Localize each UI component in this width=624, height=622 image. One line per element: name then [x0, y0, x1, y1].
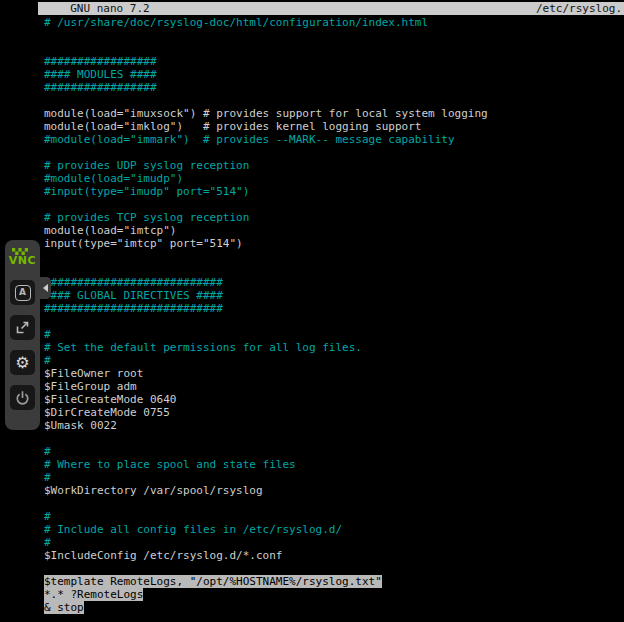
editor-line: #module(load="immark") # provides --MARK…	[44, 133, 624, 146]
editor-line	[44, 94, 624, 107]
editor-line: $DirCreateMode 0755	[44, 406, 624, 419]
clipboard-icon: A	[15, 285, 31, 301]
editor-line	[44, 146, 624, 159]
editor-line: ###########################	[44, 276, 624, 289]
power-icon	[15, 390, 30, 406]
clipboard-button[interactable]: A	[10, 280, 35, 305]
settings-button[interactable]: ⚙	[10, 350, 35, 375]
fullscreen-button[interactable]	[10, 315, 35, 340]
editor-line: $IncludeConfig /etc/rsyslog.d/*.conf	[44, 549, 624, 562]
editor-line: $WorkDirectory /var/spool/rsyslog	[44, 484, 624, 497]
editor-line: $FileOwner root	[44, 367, 624, 380]
novnc-logo: VNC	[5, 248, 40, 267]
editor-line: ###########################	[44, 302, 624, 315]
editor-line	[44, 562, 624, 575]
editor-line: #input(type="imudp" port="514")	[44, 185, 624, 198]
editor-line	[44, 315, 624, 328]
editor-line: input(type="imtcp" port="514")	[44, 237, 624, 250]
editor-line	[44, 497, 624, 510]
selected-text: & stop	[44, 601, 84, 614]
nano-titlebar: GNU nano 7.2 /etc/rsyslog.	[38, 2, 624, 15]
novnc-control-bar: VNC A ⚙	[5, 240, 40, 430]
editor-lines: # /usr/share/doc/rsyslog-doc/html/config…	[44, 16, 624, 622]
editor-line: #	[44, 510, 624, 523]
editor-line: $FileCreateMode 0640	[44, 393, 624, 406]
editor-line	[44, 42, 624, 55]
editor-line	[44, 263, 624, 276]
editor-line: $template RemoteLogs, "/opt/%HOSTNAME%/r…	[44, 575, 624, 588]
editor-line: #	[44, 328, 624, 341]
editor-line: #################	[44, 81, 624, 94]
editor-line	[44, 198, 624, 211]
editor-line: #### MODULES ####	[44, 68, 624, 81]
control-bar-handle[interactable]	[40, 277, 51, 299]
editor-line: # provides UDP syslog reception	[44, 159, 624, 172]
editor-line: module(load="imuxsock") # provides suppo…	[44, 107, 624, 120]
chevron-left-icon	[43, 284, 48, 292]
editor-line: #	[44, 471, 624, 484]
editor-line: & stop	[44, 601, 624, 614]
editor-line: #	[44, 354, 624, 367]
editor-line	[44, 29, 624, 42]
editor-line: #module(load="imudp")	[44, 172, 624, 185]
nano-filename-label: /etc/rsyslog.	[536, 2, 622, 15]
editor-line: module(load="imtcp")	[44, 224, 624, 237]
editor-line: # Where to place spool and state files	[44, 458, 624, 471]
editor-line: #################	[44, 55, 624, 68]
nano-version-label: GNU nano 7.2	[57, 2, 150, 15]
editor-line: # /usr/share/doc/rsyslog-doc/html/config…	[44, 16, 624, 29]
editor-line: # Set the default permissions for all lo…	[44, 341, 624, 354]
selected-text: $template RemoteLogs, "/opt/%HOSTNAME%/r…	[44, 575, 382, 588]
terminal-screen[interactable]: GNU nano 7.2 /etc/rsyslog. # /usr/share/…	[38, 0, 624, 622]
gear-icon: ⚙	[15, 355, 29, 371]
novnc-logo-text: VNC	[5, 255, 40, 267]
editor-line: # provides TCP syslog reception	[44, 211, 624, 224]
editor-line: $FileGroup adm	[44, 380, 624, 393]
editor-line: #	[44, 536, 624, 549]
selected-text: *.* ?RemoteLogs	[44, 588, 143, 601]
editor-line: $Umask 0022	[44, 419, 624, 432]
editor-line	[44, 432, 624, 445]
fullscreen-icon	[15, 320, 30, 335]
power-button[interactable]	[10, 385, 35, 410]
editor-line: #	[44, 445, 624, 458]
editor-line: #### GLOBAL DIRECTIVES ####	[44, 289, 624, 302]
editor-line	[44, 250, 624, 263]
editor-line: *.* ?RemoteLogs	[44, 588, 624, 601]
editor-line: # Include all config files in /etc/rsysl…	[44, 523, 624, 536]
editor-line: module(load="imklog") # provides kernel …	[44, 120, 624, 133]
